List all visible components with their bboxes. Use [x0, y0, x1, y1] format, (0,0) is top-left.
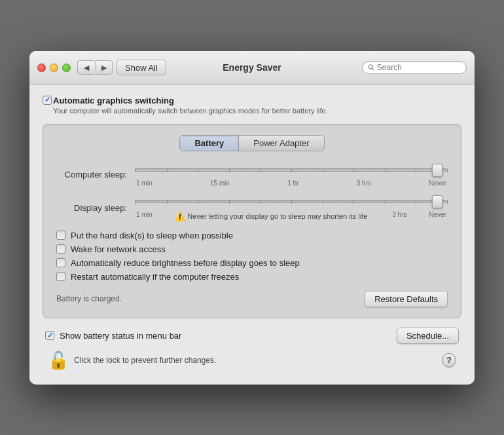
svg-line-1: [372, 68, 374, 70]
computer-sleep-thumb[interactable]: [432, 164, 442, 177]
tick-never: Never: [429, 180, 446, 187]
restore-defaults-button[interactable]: Restore Defaults: [365, 291, 448, 307]
wake-network-checkbox[interactable]: [56, 244, 65, 254]
close-button[interactable]: [37, 64, 46, 72]
auto-graphics-checkbox-wrapper: [43, 96, 52, 105]
search-input[interactable]: [377, 63, 461, 72]
display-tick-3hrs: 3 hrs: [392, 211, 406, 221]
reduce-brightness-label: Automatically reduce brightness before d…: [71, 258, 300, 268]
display-tick-never: Never: [429, 211, 446, 221]
computer-sleep-label: Computer sleep:: [56, 170, 135, 180]
help-button[interactable]: ?: [442, 353, 456, 368]
computer-sleep-slider-wrapper: 1 min 15 min 1 hr 3 hrs Never: [135, 163, 448, 187]
tick-1hr: 1 hr: [287, 180, 298, 187]
show-battery-row: Show battery status in menu bar: [45, 331, 181, 341]
tick-3hrs: 3 hrs: [357, 180, 371, 187]
display-sleep-track: [135, 195, 448, 209]
option-restart-freeze-row: Restart automatically if the computer fr…: [56, 272, 448, 282]
tick-15min: 15 min: [210, 180, 230, 187]
titlebar: ◀ ▶ Show All Energy Saver: [29, 51, 475, 85]
svg-point-0: [369, 65, 372, 69]
display-warning-row: ⚠️ Never letting your display go to slee…: [174, 211, 367, 221]
status-restore-row: Battery is charged. Restore Defaults: [56, 291, 448, 307]
tab-battery[interactable]: Battery: [180, 136, 239, 151]
warning-text: Never letting your display go to sleep m…: [187, 212, 367, 220]
computer-sleep-section: Computer sleep:: [56, 163, 448, 187]
display-sleep-label: Display sleep:: [56, 203, 135, 213]
tab-power-adapter[interactable]: Power Adapter: [239, 136, 323, 151]
lock-icon[interactable]: 🔓: [48, 352, 69, 369]
option-reduce-brightness-row: Automatically reduce brightness before d…: [56, 258, 448, 268]
display-sleep-ticks: 1 min ⚠️ Never letting your display go t…: [135, 211, 448, 221]
auto-graphics-text: Automatic graphics switching Your comput…: [53, 96, 328, 115]
restart-freeze-checkbox[interactable]: [56, 272, 65, 281]
main-content: Automatic graphics switching Your comput…: [29, 85, 475, 385]
computer-sleep-track-bar: [135, 168, 448, 172]
search-box: [362, 61, 467, 74]
warning-icon: ⚠️: [174, 211, 185, 221]
energy-panel: Battery Power Adapter Computer sleep:: [43, 124, 461, 318]
tabs-row: Battery Power Adapter: [56, 135, 448, 151]
display-tick-1min: 1 min: [136, 211, 152, 221]
auto-graphics-subtitle: Your computer will automatically switch …: [53, 107, 328, 115]
nav-buttons: ◀ ▶: [77, 60, 113, 75]
maximize-button[interactable]: [62, 64, 71, 72]
option-hard-disk-row: Put the hard disk(s) to sleep when possi…: [56, 231, 448, 240]
back-button[interactable]: ◀: [77, 60, 94, 75]
lock-row: 🔓 Click the lock to prevent further chan…: [43, 344, 461, 374]
battery-status: Battery is charged.: [56, 294, 122, 303]
auto-graphics-title: Automatic graphics switching: [53, 96, 328, 105]
search-icon: [368, 64, 375, 71]
options-section: Put the hard disk(s) to sleep when possi…: [56, 231, 448, 282]
lock-text: Click the lock to prevent further change…: [74, 356, 216, 365]
display-sleep-track-bar: [135, 200, 448, 203]
tab-container: Battery Power Adapter: [179, 135, 324, 151]
auto-graphics-checkbox[interactable]: [43, 96, 52, 105]
display-sleep-slider-wrapper: 1 min ⚠️ Never letting your display go t…: [135, 195, 448, 221]
show-battery-label: Show battery status in menu bar: [60, 331, 181, 341]
display-sleep-section: Display sleep:: [56, 195, 448, 221]
display-sleep-row: Display sleep:: [56, 195, 448, 221]
footer-row: Show battery status in menu bar Schedule…: [43, 328, 461, 344]
lock-left: 🔓 Click the lock to prevent further chan…: [48, 352, 216, 369]
display-sleep-thumb[interactable]: [432, 195, 442, 208]
computer-sleep-ticks: 1 min 15 min 1 hr 3 hrs Never: [135, 180, 448, 187]
traffic-lights: [37, 64, 71, 72]
window-title: Energy Saver: [223, 62, 281, 73]
hard-disk-checkbox[interactable]: [56, 231, 65, 240]
hard-disk-label: Put the hard disk(s) to sleep when possi…: [71, 231, 233, 240]
option-wake-network-row: Wake for network access: [56, 244, 448, 254]
restart-freeze-label: Restart automatically if the computer fr…: [71, 272, 239, 282]
forward-button[interactable]: ▶: [96, 60, 113, 75]
computer-sleep-row: Computer sleep:: [56, 163, 448, 187]
schedule-button[interactable]: Schedule...: [397, 328, 459, 344]
show-battery-checkbox[interactable]: [45, 331, 54, 340]
tick-1min: 1 min: [136, 180, 152, 187]
minimize-button[interactable]: [50, 64, 58, 72]
auto-graphics-row: Automatic graphics switching Your comput…: [43, 96, 461, 115]
reduce-brightness-checkbox[interactable]: [56, 258, 65, 267]
computer-sleep-track: [135, 163, 448, 178]
window: ◀ ▶ Show All Energy Saver Automatic grap…: [29, 51, 475, 385]
wake-network-label: Wake for network access: [71, 244, 166, 254]
show-all-button[interactable]: Show All: [117, 60, 166, 75]
